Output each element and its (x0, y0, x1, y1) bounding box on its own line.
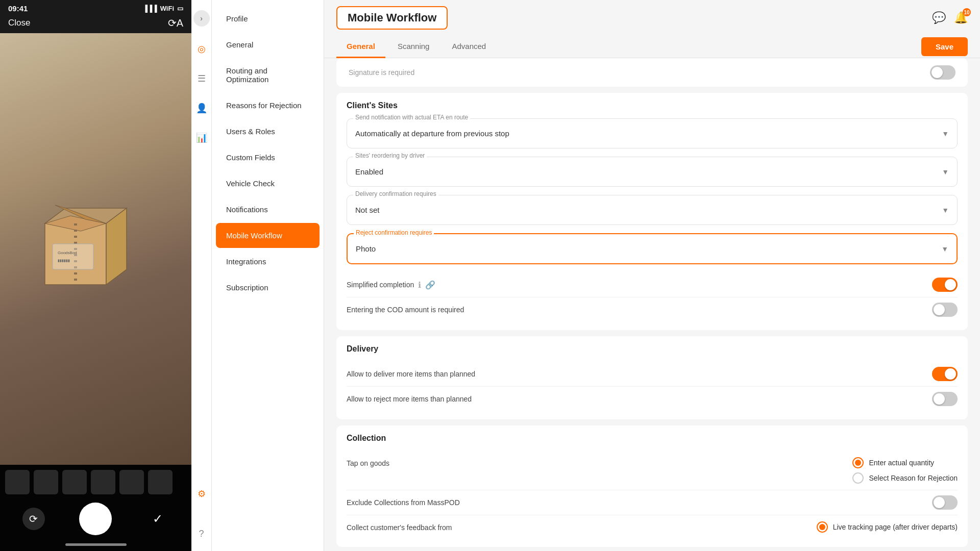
radio-select-rejection-label: Select Reason for Rejection (869, 474, 958, 482)
phone-top-bar: Close ⟳A (0, 15, 191, 33)
collect-feedback-row: Collect customer's feedback from Live tr… (347, 515, 958, 539)
delivery-section: Delivery Allow to deliver more items tha… (336, 336, 968, 419)
signal-icon: ▐▐▐ (143, 5, 157, 12)
notification-bell[interactable]: 🔔 10 (954, 11, 968, 24)
sidebar-item-routing[interactable]: Routing and Optimization (216, 58, 320, 92)
home-bar (65, 543, 127, 546)
thumbnail-1[interactable] (5, 470, 30, 494)
delivery-title: Delivery (347, 344, 958, 354)
camera-flip-button[interactable]: ⟳ (22, 508, 45, 530)
simplified-completion-toggle[interactable] (932, 278, 958, 292)
settings-scroll: Signature is required Client's Sites Sen… (324, 58, 980, 551)
sidebar-icon-help[interactable]: ? (194, 527, 209, 541)
box-illustration: GoodsBod ▮▮▮▮▮▮ (24, 193, 167, 305)
phone-panel: 09:41 ▐▐▐ WiFi ▭ Close ⟳A GoodsBod ▮▮▮▮▮… (0, 0, 191, 551)
page-title: Mobile Workflow (336, 6, 448, 30)
sites-reordering-row: Enabled ▼ (355, 165, 949, 178)
sidebar-item-notifications[interactable]: Notifications (216, 197, 320, 222)
info-icon[interactable]: ℹ (418, 280, 421, 290)
svg-rect-6 (53, 244, 93, 269)
phone-camera-view: GoodsBod ▮▮▮▮▮▮ (0, 33, 191, 465)
delivery-confirmation-row: Not set ▼ (355, 204, 949, 216)
link-icon[interactable]: 🔗 (425, 280, 435, 290)
send-notification-arrow[interactable]: ▼ (942, 130, 949, 138)
chat-icon[interactable]: 💬 (932, 11, 946, 24)
tabs-bar: General Scanning Advanced Save (324, 36, 980, 58)
reject-confirmation-arrow[interactable]: ▼ (941, 245, 948, 253)
deliver-more-toggle[interactable] (932, 367, 958, 381)
sites-reordering-arrow[interactable]: ▼ (942, 168, 949, 176)
phone-home-indicator (0, 541, 191, 551)
sidebar-item-subscription[interactable]: Subscription (216, 275, 320, 300)
thumbnail-3[interactable] (62, 470, 87, 494)
phone-close-button[interactable]: Close (8, 18, 30, 28)
sidebar-item-integrations[interactable]: Integrations (216, 249, 320, 274)
svg-text:▮▮▮▮▮▮: ▮▮▮▮▮▮ (58, 259, 70, 262)
radio-enter-quantity[interactable]: Enter actual quantity (852, 457, 958, 468)
send-notification-wrapper: Send notification with actual ETA en rou… (347, 118, 958, 148)
sidebar-item-profile[interactable]: Profile (216, 6, 320, 31)
sidebar-expand-button[interactable]: › (193, 10, 210, 27)
reject-confirmation-value: Photo (356, 244, 376, 253)
sidebar-item-rejection[interactable]: Reasons for Rejection (216, 93, 320, 118)
delivery-confirmation-select-group: Delivery confirmation requires Not set ▼ (347, 195, 958, 225)
header-icons: 💬 🔔 10 (932, 11, 968, 24)
cod-label: Entering the COD amount is required (347, 306, 464, 314)
shutter-button[interactable] (79, 503, 112, 535)
exclude-collections-row: Exclude Collections from MassPOD (347, 490, 958, 515)
thumbnail-5[interactable] (119, 470, 144, 494)
cod-toggle[interactable] (932, 303, 958, 317)
camera-flip-icon[interactable]: ⟳A (168, 17, 183, 29)
radio-select-rejection[interactable]: Select Reason for Rejection (852, 472, 958, 484)
sidebar-icon-user[interactable]: 👤 (194, 101, 209, 115)
tab-general[interactable]: General (336, 36, 385, 58)
reject-confirmation-label: Reject confirmation requires (354, 229, 434, 236)
tabs-list: General Scanning Advanced (336, 36, 496, 58)
delivery-confirmation-wrapper: Delivery confirmation requires Not set ▼ (347, 195, 958, 225)
tap-goods-label: Tap on goods (347, 457, 389, 467)
collection-title: Collection (347, 434, 958, 443)
sidebar-item-general[interactable]: General (216, 32, 320, 57)
thumbnail-4[interactable] (91, 470, 115, 494)
delivery-confirmation-value: Not set (355, 206, 380, 214)
tap-goods-row: Tap on goods Enter actual quantity Selec… (347, 451, 958, 490)
wifi-icon: WiFi (160, 5, 174, 12)
signature-section: Signature is required (336, 58, 968, 87)
notification-count: 10 (963, 8, 971, 16)
thumbnail-6[interactable] (148, 470, 173, 494)
sidebar-item-users[interactable]: Users & Roles (216, 119, 320, 144)
sidebar-item-mobile-workflow[interactable]: Mobile Workflow (216, 223, 320, 248)
sidebar-icon-location[interactable]: ◎ (194, 42, 209, 56)
nav-sidebar: Profile General Routing and Optimization… (212, 0, 324, 551)
sites-reordering-value: Enabled (355, 167, 383, 176)
content-header: Mobile Workflow 💬 🔔 10 (324, 0, 980, 36)
battery-icon: ▭ (177, 5, 183, 12)
sidebar-icon-chart[interactable]: 📊 (194, 131, 209, 145)
sidebar-icon-settings[interactable]: ⚙ (194, 487, 209, 501)
radio-live-tracking[interactable]: Live tracking page (after driver departs… (817, 521, 958, 533)
signature-label: Signature is required (349, 68, 414, 77)
reject-more-row: Allow to reject more items than planned (347, 387, 958, 411)
tab-scanning[interactable]: Scanning (387, 36, 440, 58)
sidebar-item-vehicle-check[interactable]: Vehicle Check (216, 171, 320, 196)
reject-more-toggle[interactable] (932, 392, 958, 406)
signature-toggle[interactable] (930, 65, 955, 80)
save-button[interactable]: Save (921, 37, 968, 56)
delivery-confirmation-arrow[interactable]: ▼ (942, 206, 949, 214)
simplified-completion-row: Simplified completion ℹ 🔗 (347, 272, 958, 297)
collect-feedback-label: Collect customer's feedback from (347, 521, 452, 532)
confirm-button[interactable]: ✓ (146, 508, 169, 530)
tap-goods-radio-group: Enter actual quantity Select Reason for … (852, 457, 958, 484)
sidebar-icon-clipboard[interactable]: ☰ (194, 71, 209, 86)
exclude-collections-toggle[interactable] (932, 495, 958, 510)
deliver-more-row: Allow to deliver more items than planned (347, 362, 958, 387)
sidebar-item-custom-fields[interactable]: Custom Fields (216, 145, 320, 170)
thumbnail-2[interactable] (34, 470, 58, 494)
send-notification-value: Automatically at departure from previous… (355, 129, 509, 138)
sites-reordering-select-group: Sites' reordering by driver Enabled ▼ (347, 157, 958, 187)
radio-enter-quantity-label: Enter actual quantity (869, 459, 934, 467)
exclude-collections-label: Exclude Collections from MassPOD (347, 498, 460, 507)
tab-advanced[interactable]: Advanced (442, 36, 496, 58)
cod-row: Entering the COD amount is required (347, 297, 958, 322)
radio-select-rejection-circle (852, 472, 864, 484)
